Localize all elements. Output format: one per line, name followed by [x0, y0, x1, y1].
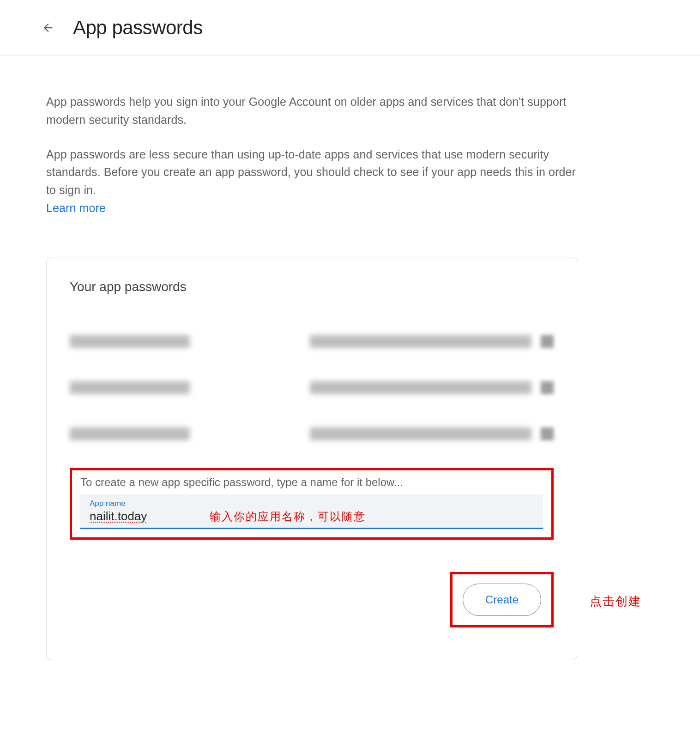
annotation-create-highlight: Create [450, 572, 554, 627]
app-name-input-label: App name [90, 499, 534, 508]
create-button-area: Create 点击创建 [70, 572, 554, 627]
password-list [70, 318, 554, 457]
page-header: App passwords [0, 0, 700, 56]
app-name-input-container[interactable]: App name 输入你的应用名称，可以随意 [80, 494, 543, 529]
redacted-delete-icon[interactable] [541, 427, 554, 440]
page-title: App passwords [73, 17, 203, 39]
redacted-delete-icon[interactable] [541, 335, 554, 348]
redacted-app-date [310, 381, 531, 394]
redacted-app-date [310, 427, 531, 440]
app-passwords-card: Your app passwords To create a new app s… [46, 257, 577, 660]
password-row [70, 365, 554, 411]
main-content: App passwords help you sign into your Go… [0, 56, 623, 688]
back-arrow-button[interactable] [42, 21, 54, 34]
create-button[interactable]: Create [463, 584, 541, 616]
redacted-app-name [70, 427, 190, 440]
annotation-input-hint: 输入你的应用名称，可以随意 [210, 509, 366, 524]
redacted-delete-icon[interactable] [541, 381, 554, 394]
password-row [70, 318, 554, 365]
create-prompt-text: To create a new app specific password, t… [80, 476, 543, 489]
description-paragraph-1: App passwords help you sign into your Go… [46, 93, 577, 129]
annotation-create-hint: 点击创建 [590, 593, 641, 609]
arrow-left-icon [42, 21, 54, 34]
redacted-app-date [310, 335, 531, 348]
learn-more-link[interactable]: Learn more [46, 201, 106, 214]
annotation-input-highlight: To create a new app specific password, t… [70, 468, 554, 540]
redacted-app-name [70, 335, 190, 348]
description-paragraph-2: App passwords are less secure than using… [46, 146, 577, 217]
app-name-input[interactable] [90, 509, 182, 524]
card-title: Your app passwords [70, 280, 554, 294]
password-row [70, 411, 554, 457]
redacted-app-name [70, 381, 190, 394]
